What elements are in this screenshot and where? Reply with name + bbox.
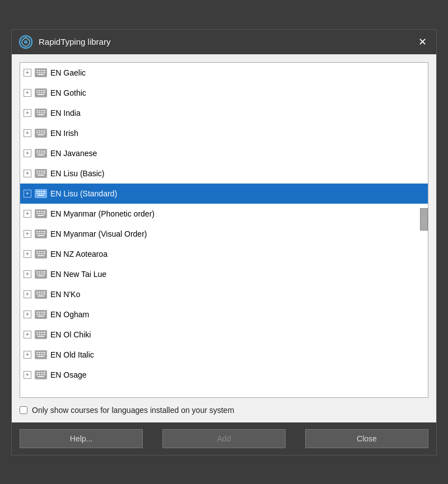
svg-rect-103 [36,271,38,272]
svg-point-1 [24,40,27,44]
expand-icon[interactable]: + [24,270,31,278]
list-item[interactable]: + EN Lisu (Basic) [20,163,428,184]
svg-rect-118 [39,293,40,294]
expand-icon[interactable]: + [24,149,31,157]
svg-rect-125 [41,312,43,313]
list-item[interactable]: + EN Osage [20,365,428,385]
list-item[interactable]: + EN Gothic [20,83,428,103]
svg-rect-84 [39,231,40,232]
keyboard-icon [35,370,47,379]
expand-icon[interactable]: + [24,331,31,339]
svg-rect-105 [41,271,43,272]
keyboard-icon [35,290,47,299]
svg-rect-3 [36,70,38,71]
svg-rect-75 [41,211,43,212]
svg-rect-41 [38,134,44,135]
svg-rect-87 [36,233,38,234]
svg-rect-145 [41,352,43,353]
svg-rect-96 [43,251,45,252]
svg-rect-54 [39,171,40,172]
svg-rect-57 [36,172,38,173]
item-label: EN NZ Aotearoa [50,250,108,259]
svg-rect-144 [39,352,40,353]
filter-checkbox[interactable] [20,406,27,414]
svg-rect-121 [38,295,44,297]
expand-icon[interactable]: + [24,311,31,318]
list-item[interactable]: + EN Myanmar (Visual Order) [20,224,428,244]
svg-rect-135 [41,332,43,333]
svg-rect-80 [43,213,45,214]
library-list[interactable]: + EN Gaelic+ EN Gothic+ EN India+ [20,62,428,398]
list-item[interactable]: + EN Gaelic [20,63,428,83]
expand-icon[interactable]: + [24,129,31,137]
keyboard-icon [35,189,47,198]
svg-rect-36 [43,130,45,131]
expand-icon[interactable]: + [24,290,31,298]
list-item[interactable]: + EN NZ Aotearoa [20,244,428,264]
item-label: EN New Tai Lue [50,270,106,279]
svg-rect-69 [41,192,43,194]
item-label: EN Ogham [50,310,89,319]
list-item[interactable]: + EN Ol Chiki [20,325,428,345]
svg-rect-98 [39,253,40,254]
list-item[interactable]: + EN Irish [20,123,428,143]
keyboard-icon [35,209,47,218]
list-item[interactable]: + EN Old Italic [20,345,428,365]
expand-icon[interactable]: + [24,210,31,218]
svg-rect-64 [39,191,40,192]
item-label: EN Lisu (Basic) [50,169,104,178]
svg-rect-86 [43,231,45,232]
help-button[interactable]: Help... [20,429,143,448]
svg-rect-9 [41,72,43,73]
list-item[interactable]: + EN Ogham [20,304,428,325]
svg-rect-44 [39,151,40,152]
svg-rect-16 [43,90,45,91]
svg-rect-94 [39,251,40,252]
expand-icon[interactable]: + [24,89,31,97]
list-item[interactable]: + EN India [20,103,428,123]
close-button[interactable]: Close [305,429,428,448]
keyboard-icon [35,350,47,359]
list-item[interactable]: + EN Javanese [20,143,428,163]
svg-rect-126 [43,312,45,313]
svg-rect-51 [38,154,44,156]
expand-icon[interactable]: + [24,170,31,177]
expand-icon[interactable]: + [24,351,31,359]
list-item[interactable]: + EN Lisu (Standard) [20,184,428,204]
footer-buttons: Help... Add Close [12,422,436,455]
close-dialog-button[interactable]: ✕ [416,36,430,48]
dialog: RapidTyping library ✕ + EN Gaelic+ EN Go… [11,29,437,455]
svg-rect-60 [43,172,45,173]
add-button[interactable]: Add [162,429,286,448]
svg-rect-149 [41,354,43,355]
list-item[interactable]: + EN Myanmar (Phonetic order) [20,204,428,224]
keyboard-icon [35,250,47,259]
svg-rect-37 [36,132,38,133]
expand-icon[interactable]: + [24,69,31,77]
expand-icon[interactable]: + [24,371,31,379]
svg-rect-49 [41,152,43,153]
keyboard-icon [35,68,47,77]
svg-rect-68 [39,192,40,194]
svg-rect-71 [38,195,44,196]
expand-icon[interactable]: + [24,190,31,198]
list-item[interactable]: + EN N'Ko [20,284,428,304]
keyboard-icon [35,109,47,118]
svg-rect-156 [43,372,45,373]
list-item[interactable]: + EN New Tai Lue [20,264,428,284]
scrollbar-thumb[interactable] [420,208,428,231]
svg-rect-130 [43,313,45,314]
svg-rect-35 [41,130,43,131]
expand-icon[interactable]: + [24,109,31,117]
expand-icon[interactable]: + [24,250,31,258]
svg-rect-27 [36,112,38,113]
keyboard-icon [35,330,47,339]
svg-rect-55 [41,171,43,172]
svg-rect-33 [36,130,38,131]
svg-rect-74 [39,211,40,212]
item-label: EN Myanmar (Phonetic order) [50,209,155,218]
svg-rect-90 [43,233,45,234]
svg-rect-157 [36,374,38,375]
expand-icon[interactable]: + [24,230,31,238]
svg-rect-56 [43,171,45,172]
